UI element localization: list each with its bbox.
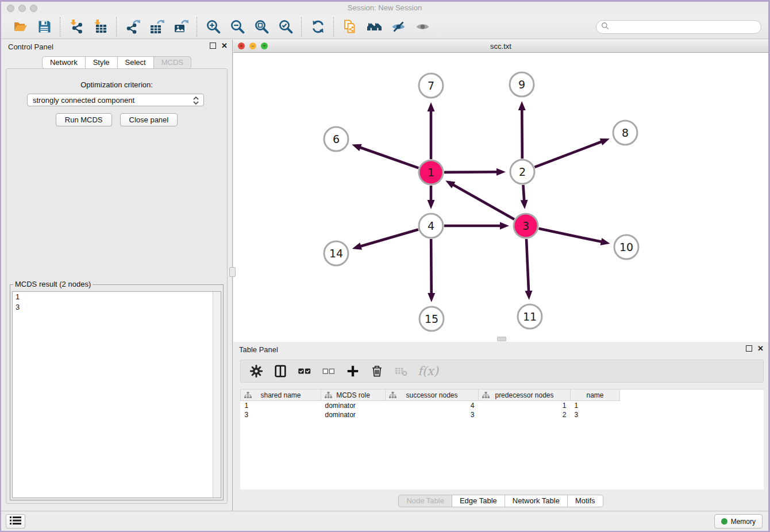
svg-text:7: 7 xyxy=(428,79,434,92)
save-session-icon[interactable] xyxy=(34,17,54,37)
svg-text:11: 11 xyxy=(523,310,537,323)
memory-button[interactable]: Memory xyxy=(714,514,763,529)
network-window-titlebar[interactable]: × − + scc.txt xyxy=(233,40,768,53)
criterion-value: strongly connected component xyxy=(33,96,134,105)
birdseye-view-icon[interactable] xyxy=(364,17,384,37)
node-4[interactable]: 4 xyxy=(419,214,443,238)
tab-style[interactable]: Style xyxy=(86,56,118,69)
select-all-icon[interactable] xyxy=(297,364,312,379)
arrowhead-2-3 xyxy=(521,200,528,209)
table-row[interactable]: 3dominator323 xyxy=(241,410,620,419)
zoom-out-icon[interactable] xyxy=(228,17,247,37)
mcds-panel: Optimization criterion: strongly connect… xyxy=(6,68,228,504)
attribute-tree-icon xyxy=(325,392,332,400)
export-image-icon[interactable] xyxy=(171,17,191,37)
add-column-icon[interactable] xyxy=(345,364,360,379)
table-panel-tabs: Node TableEdge TableNetwork TableMotifs xyxy=(233,495,768,507)
column-header-name[interactable]: name xyxy=(571,390,620,401)
network-view-window: × − + scc.txt 7968124314101511 xyxy=(233,40,768,342)
arrowhead-4-14 xyxy=(352,242,362,249)
show-graphics-details-icon[interactable] xyxy=(413,17,432,37)
arrowhead-4-15 xyxy=(428,293,435,302)
node-1[interactable]: 1 xyxy=(419,160,443,184)
network-window-title: scc.txt xyxy=(233,42,768,51)
panel-splitter-handle[interactable] xyxy=(229,267,236,277)
app-window: Session: New Session Control Panel ✕ Net… xyxy=(1,2,768,531)
app-titlebar: Session: New Session xyxy=(1,2,768,15)
table-row[interactable]: 1dominator411 xyxy=(241,401,620,411)
optimization-criterion-label: Optimization criterion: xyxy=(6,80,227,89)
tab-network-table[interactable]: Network Table xyxy=(505,495,568,507)
node-9[interactable]: 9 xyxy=(510,72,534,97)
node-3[interactable]: 3 xyxy=(514,214,538,238)
column-header-predecessor-nodes[interactable]: predecessor nodes xyxy=(479,390,571,401)
search-box xyxy=(596,20,761,34)
tab-select[interactable]: Select xyxy=(118,56,154,69)
result-item[interactable]: 3 xyxy=(13,302,221,313)
desktop-background: Session: New Session Control Panel ✕ Net… xyxy=(0,0,770,532)
tab-network[interactable]: Network xyxy=(42,56,86,69)
node-11[interactable]: 11 xyxy=(518,304,542,329)
column-visibility-icon[interactable] xyxy=(273,364,288,379)
column-header-MCDS-role[interactable]: MCDS role xyxy=(321,390,386,401)
arrowhead-3-11 xyxy=(525,291,533,300)
node-7[interactable]: 7 xyxy=(419,74,443,98)
node-10[interactable]: 10 xyxy=(614,235,638,259)
zoom-in-icon[interactable] xyxy=(203,17,223,37)
close-panel-button[interactable]: Close panel xyxy=(120,113,178,126)
network-canvas[interactable]: 7968124314101511 xyxy=(233,53,768,342)
zoom-fit-icon[interactable] xyxy=(252,17,271,37)
tab-mcds[interactable]: MCDS xyxy=(154,56,191,69)
memory-status-icon xyxy=(721,518,727,525)
open-session-icon[interactable] xyxy=(10,17,30,37)
result-scrollbar[interactable] xyxy=(213,292,221,498)
import-network-icon[interactable] xyxy=(67,17,86,37)
mcds-result-list[interactable]: 13 xyxy=(12,291,221,498)
import-table-icon[interactable] xyxy=(91,17,110,37)
arrowhead-4-3 xyxy=(500,222,509,230)
criterion-dropdown[interactable]: strongly connected component xyxy=(27,94,204,106)
arrowhead-2-8 xyxy=(600,138,610,145)
svg-text:14: 14 xyxy=(329,247,343,260)
task-history-button[interactable] xyxy=(6,514,25,529)
table-settings-icon[interactable] xyxy=(249,364,264,379)
hide-graphics-details-icon[interactable] xyxy=(388,17,408,37)
function-builder-icon: f(x) xyxy=(418,364,438,379)
edge-2-3 xyxy=(523,185,524,201)
control-panel-title: Control Panel xyxy=(8,43,53,51)
search-icon xyxy=(601,22,609,32)
tab-node-table[interactable]: Node Table xyxy=(398,495,452,507)
delete-column-icon[interactable] xyxy=(369,364,384,379)
svg-text:8: 8 xyxy=(622,126,629,139)
export-table-icon[interactable] xyxy=(147,17,167,37)
node-8[interactable]: 8 xyxy=(613,121,637,145)
edge-2-9 xyxy=(522,109,522,159)
result-item[interactable]: 1 xyxy=(13,292,221,302)
control-panel-float-icon[interactable] xyxy=(210,43,216,49)
column-header-shared-name[interactable]: shared name xyxy=(241,390,321,401)
search-input[interactable] xyxy=(611,22,761,32)
export-network-icon[interactable] xyxy=(123,17,143,37)
tab-edge-table[interactable]: Edge Table xyxy=(452,495,505,507)
network-splitter-handle[interactable] xyxy=(497,337,506,341)
node-15[interactable]: 15 xyxy=(419,307,444,331)
duplicate-network-icon[interactable] xyxy=(340,17,360,37)
table-panel-float-icon[interactable] xyxy=(746,345,752,352)
table-panel: Table Panel ✕ f(x) shared nameMCDS roles… xyxy=(233,342,768,511)
node-6[interactable]: 6 xyxy=(324,127,348,151)
node-2[interactable]: 2 xyxy=(510,160,534,184)
node-14[interactable]: 14 xyxy=(324,241,348,265)
svg-text:1: 1 xyxy=(428,166,434,179)
mcds-result-group: MCDS result (2 nodes) 13 xyxy=(10,284,224,500)
svg-text:2: 2 xyxy=(519,165,526,178)
table-panel-close-icon[interactable]: ✕ xyxy=(757,345,764,352)
deselect-all-icon[interactable] xyxy=(321,364,336,379)
tab-motifs[interactable]: Motifs xyxy=(568,495,603,507)
control-panel-close-icon[interactable]: ✕ xyxy=(221,43,228,49)
table-panel-title: Table Panel xyxy=(239,345,278,354)
run-mcds-button[interactable]: Run MCDS xyxy=(56,113,112,126)
refresh-icon[interactable] xyxy=(308,17,328,37)
zoom-selected-icon[interactable] xyxy=(276,17,295,37)
svg-text:10: 10 xyxy=(619,241,633,253)
column-header-successor-nodes[interactable]: successor nodes xyxy=(386,390,479,401)
